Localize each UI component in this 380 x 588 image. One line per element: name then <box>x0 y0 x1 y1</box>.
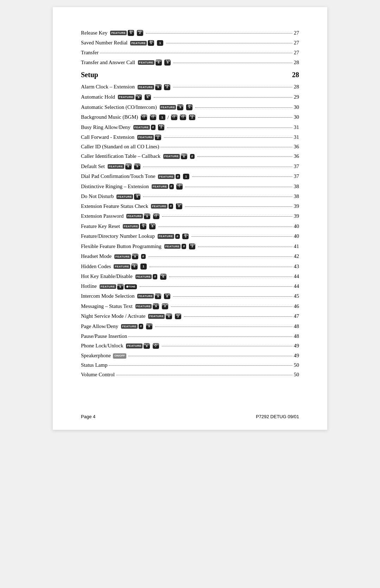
toc-label-6: Automatic Hold FEATURE9WXY2 4GHI <box>81 92 152 101</box>
toc-label-22: Headset Mode FEATURE9WXY2 # <box>81 252 147 261</box>
toc-dots-27 <box>171 307 292 307</box>
num-key-1: 1 <box>183 174 189 180</box>
toc-label-text-2: Transfer <box>81 48 99 57</box>
toc-entry-18: Extension Password FEATURE9WXY2 7PQRS39 <box>81 211 299 221</box>
num-key-7: 7PQRS <box>153 213 159 219</box>
toc-dots-18 <box>162 216 292 217</box>
toc-label-33: Status Lamp <box>81 361 107 369</box>
toc-dots-19 <box>158 227 292 227</box>
toc-entry-10: Call Forward - Extension FEATURE2ABC31 <box>81 133 299 141</box>
toc-page-3: 28 <box>294 58 299 67</box>
num-key-8: 8TUV <box>164 60 171 66</box>
num-key-7: 7PQRS <box>150 114 156 120</box>
num-key-3: 3DEF <box>175 314 181 320</box>
toc-page-7: 30 <box>294 103 299 111</box>
toc-entry-3: Transfer and Answer Call FEATURE6MNO 8TU… <box>81 58 299 67</box>
num-key-9: 9WXY2 <box>146 323 152 329</box>
toc-label-text-5: Alarm Clock – Extension <box>81 82 135 91</box>
toc-label-text-28: Night Service Mode / Activate <box>81 312 145 320</box>
num-key-1: 1 <box>159 114 165 120</box>
toc-page-27: 46 <box>294 302 299 310</box>
toc-label-13: Default Set FEATURE6MNO 9WXY2 <box>81 162 142 171</box>
toc-label-18: Extension Password FEATURE9WXY2 7PQRS <box>81 211 161 221</box>
toc-dots-32 <box>128 356 292 356</box>
num-key-5: 5JKL <box>140 223 146 229</box>
toc-keys-12: FEATURE6MNO # <box>162 152 196 161</box>
toc-dots-6 <box>154 97 292 98</box>
toc-keys-32: ON/OFF <box>112 351 127 360</box>
toc-label-text-3: Transfer and Answer Call <box>81 58 135 67</box>
toc-entry-14: Dial Pad Confirmation/Touch Tone FEATURE… <box>81 172 299 181</box>
toc-label-text-11: Caller ID (Standard on all CO Lines) <box>81 142 159 151</box>
toc-dots-7 <box>195 107 292 108</box>
num-key-9: 9WXY2 <box>153 303 159 309</box>
feature-key: FEATURE <box>114 264 130 269</box>
num-key-9: 9WXY2 <box>177 104 183 110</box>
num-key-2: 2ABC <box>158 124 164 130</box>
footer-right: P7292 DETUG 09/01 <box>256 414 299 419</box>
feature-key: FEATURE <box>138 85 154 89</box>
toc-entry-27: Messaging – Status Text FEATURE9WXY2 0OP… <box>81 302 299 311</box>
toc-keys-28: FEATURE6MNO 3DEF <box>147 311 182 321</box>
num-key-9: 9WXY2 <box>144 343 150 349</box>
toc-dots-14 <box>192 177 292 177</box>
feature-key: FEATURE <box>137 135 154 140</box>
toc-label-28: Night Service Mode / Activate FEATURE6MN… <box>81 311 183 321</box>
feature-key: FEATURE <box>163 154 180 159</box>
toc-dots-21 <box>198 247 292 247</box>
toc-page-31: 49 <box>294 341 299 350</box>
toc-entry-7: Automatic Selection (CO/Intercom) FEATUR… <box>81 103 299 112</box>
toc-entry-32: Speakerphone ON/OFF49 <box>81 351 299 360</box>
toc-entry-1: Saved Number Redial FEATURE5JKL 127 <box>81 38 299 48</box>
num-key-5: 5JKL <box>182 234 189 240</box>
feature-key: FEATURE <box>121 324 138 329</box>
feature-key: FEATURE <box>135 304 152 309</box>
feature-key: FEATURE <box>126 214 143 218</box>
toc-label-11: Caller ID (Standard on all CO Lines) <box>81 142 159 151</box>
toc-label-text-22: Headset Mode <box>81 252 112 260</box>
toc-dots-15 <box>185 187 292 187</box>
toc-label-text-23: Hidden Codes <box>81 262 111 271</box>
toc-entry-4: Setup28 <box>81 69 299 80</box>
footer-left: Page 4 <box>81 414 95 419</box>
toc-entry-5: Alarm Clock – Extension FEATURE9WXY2 2AB… <box>81 82 299 92</box>
toc-label-20: Feature/Directory Number Lookup FEATURE#… <box>81 231 190 241</box>
num-key-4: 4GHI <box>134 194 140 200</box>
num-key-6: 6MNO <box>156 60 162 66</box>
num-key-2: 2ABC <box>189 114 195 120</box>
feature-key: FEATURE <box>123 224 139 229</box>
toc-dots-23 <box>150 267 292 267</box>
toc-page-29: 48 <box>294 322 299 330</box>
toc-keys-17: FEATURE# 8TUV <box>150 202 183 211</box>
toc-dots-1 <box>166 43 292 43</box>
toc-dots-25 <box>140 286 292 287</box>
toc-label-0: Release Key FEATURE5JKL 2ABC <box>81 28 145 37</box>
toc-page-14: 37 <box>294 172 299 180</box>
toc-page-0: 27 <box>294 29 299 37</box>
toc-entry-25: Hotline FEATURE9WXY2✱TONE44 <box>81 282 299 290</box>
feature-key: FEATURE <box>151 204 167 209</box>
toc-entry-24: Hot Key Enable/Disable FEATURE# 6MNO44 <box>81 272 299 281</box>
num-key-2: 2ABC <box>164 84 170 90</box>
toc-dots-26 <box>173 296 292 297</box>
toc-page-16: 38 <box>294 192 299 200</box>
toc-entry-12: Caller Identification Table – Callback F… <box>81 152 299 161</box>
toc-page-30: 48 <box>294 332 299 340</box>
hash-key: # <box>190 154 195 159</box>
toc-dots-16 <box>143 197 292 197</box>
toc-dots-13 <box>143 167 292 167</box>
feature-key: FEATURE <box>152 184 168 189</box>
toc-page-2: 27 <box>294 48 299 57</box>
toc-page-4: 28 <box>292 69 299 80</box>
feature-key: FEATURE <box>130 41 147 45</box>
toc-page-10: 31 <box>294 133 299 141</box>
toc-entry-30: Pause/Pause Insertion48 <box>81 332 299 340</box>
feature-key: FEATURE <box>100 284 116 289</box>
toc-keys-24: FEATURE# 6MNO <box>134 272 168 281</box>
toc-keys-31: FEATURE9WXY2 7PQRS <box>125 341 160 351</box>
toc-page-12: 36 <box>294 152 299 160</box>
toc-page-13: 37 <box>294 162 299 171</box>
toc-keys-1: FEATURE5JKL 1 <box>129 38 164 48</box>
toc-page-9: 31 <box>294 123 299 131</box>
num-key-8: 8TUV <box>164 293 170 299</box>
